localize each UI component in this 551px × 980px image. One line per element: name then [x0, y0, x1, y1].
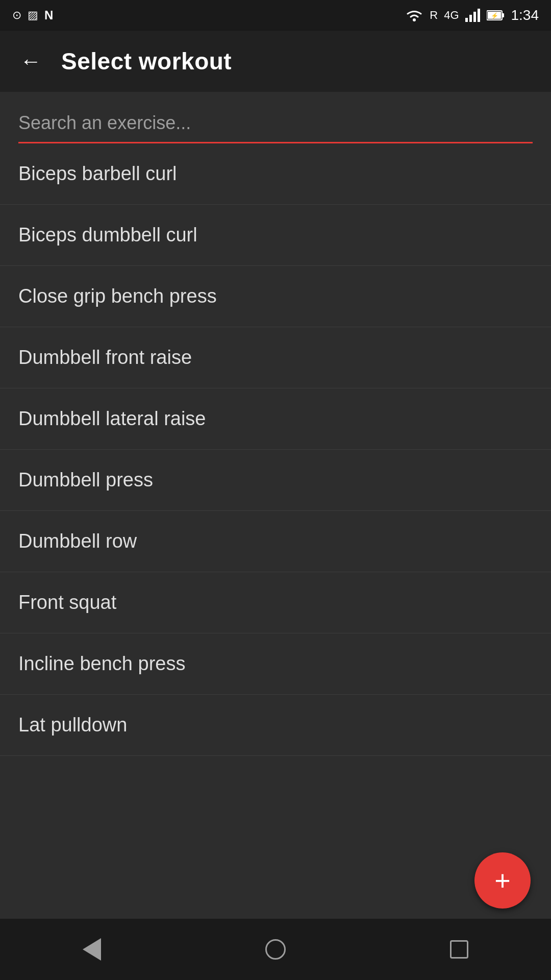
exercise-name: Dumbbell lateral raise: [18, 408, 206, 430]
exercise-name: Close grip bench press: [18, 285, 217, 307]
list-item[interactable]: Lat pulldown: [0, 695, 551, 756]
list-item[interactable]: Dumbbell front raise: [0, 327, 551, 388]
list-item[interactable]: Biceps dumbbell curl: [0, 205, 551, 266]
back-nav-icon: [83, 938, 101, 961]
svg-rect-2: [469, 15, 472, 22]
alarm-icon: ⊙: [12, 9, 21, 22]
wifi-icon: [405, 9, 423, 22]
battery-icon: ⚡: [487, 10, 505, 21]
image-icon: ▨: [28, 9, 38, 22]
status-bar-right: R 4G ⚡ 1:34: [405, 7, 539, 23]
page-title: Select workout: [61, 47, 232, 75]
list-item[interactable]: Front squat: [0, 572, 551, 633]
recents-nav-icon: [450, 940, 468, 959]
svg-text:⚡: ⚡: [491, 12, 498, 19]
svg-rect-6: [502, 13, 504, 17]
search-section: [0, 92, 551, 143]
status-bar: ⊙ ▨ N R 4G ⚡ 1:34: [0, 0, 551, 31]
list-item[interactable]: Close grip bench press: [0, 266, 551, 327]
search-input[interactable]: [18, 107, 533, 143]
nav-bar: [0, 919, 551, 980]
app-bar: ← Select workout: [0, 31, 551, 92]
svg-point-0: [413, 18, 416, 21]
exercise-name: Biceps barbell curl: [18, 163, 177, 185]
back-arrow-icon: ←: [20, 49, 41, 74]
exercise-list: Biceps barbell curlBiceps dumbbell curlC…: [0, 143, 551, 919]
back-button[interactable]: ←: [15, 46, 46, 77]
add-exercise-button[interactable]: +: [474, 852, 531, 909]
exercise-name: Dumbbell row: [18, 530, 137, 552]
recents-nav-button[interactable]: [434, 924, 485, 975]
exercise-name: Dumbbell press: [18, 469, 153, 491]
home-nav-icon: [265, 939, 286, 960]
status-bar-left: ⊙ ▨ N: [12, 8, 53, 22]
plus-icon: +: [494, 867, 511, 894]
notification-icon: N: [44, 8, 53, 22]
list-item[interactable]: Incline bench press: [0, 633, 551, 695]
signal-4g-icon: 4G: [444, 9, 459, 22]
status-time: 1:34: [511, 7, 539, 23]
svg-rect-1: [465, 18, 468, 22]
exercise-name: Incline bench press: [18, 653, 185, 675]
network-r-icon: R: [430, 9, 438, 22]
svg-rect-4: [478, 9, 480, 22]
back-nav-button[interactable]: [66, 924, 117, 975]
svg-rect-3: [473, 12, 476, 22]
exercise-name: Lat pulldown: [18, 714, 127, 736]
exercise-name: Dumbbell front raise: [18, 347, 192, 369]
signal-icon: [465, 9, 481, 22]
list-item[interactable]: Dumbbell lateral raise: [0, 388, 551, 450]
list-item[interactable]: Biceps barbell curl: [0, 143, 551, 205]
exercise-name: Front squat: [18, 592, 116, 614]
home-nav-button[interactable]: [250, 924, 301, 975]
list-item[interactable]: Dumbbell press: [0, 450, 551, 511]
list-item[interactable]: Dumbbell row: [0, 511, 551, 572]
exercise-name: Biceps dumbbell curl: [18, 224, 197, 246]
